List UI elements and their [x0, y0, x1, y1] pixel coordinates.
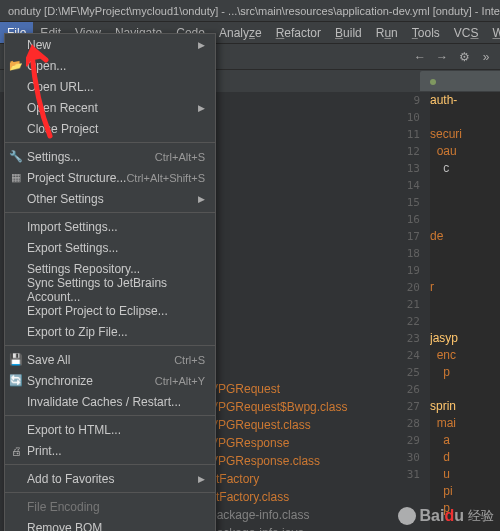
- file-menu-dropdown: New▶ 📂Open... Open URL... Open Recent▶ C…: [4, 33, 216, 531]
- code-line: [430, 296, 500, 313]
- tree-item[interactable]: ctFactory: [210, 470, 347, 488]
- project-tree-partial: VPGRequest VPGRequest$Bwpg.class VPGRequ…: [210, 380, 347, 531]
- menu-item-import-settings[interactable]: Import Settings...: [5, 216, 215, 237]
- folder-open-icon: 📂: [9, 59, 23, 73]
- chevron-right-icon: ▶: [198, 103, 205, 113]
- menu-analyze[interactable]: Analyze: [212, 22, 269, 43]
- chevron-right-icon: ▶: [198, 474, 205, 484]
- menu-window[interactable]: Window: [485, 22, 500, 43]
- menu-refactor[interactable]: Refactor: [269, 22, 328, 43]
- menu-item-export-eclipse[interactable]: Export Project to Eclipse...: [5, 300, 215, 321]
- code-line: [430, 109, 500, 126]
- menu-separator: [5, 464, 215, 465]
- menu-vcs[interactable]: VCS: [447, 22, 486, 43]
- code-line: [430, 245, 500, 262]
- chevron-right-icon: ▶: [198, 194, 205, 204]
- menu-item-invalidate-caches[interactable]: Invalidate Caches / Restart...: [5, 391, 215, 412]
- shortcut-label: Ctrl+S: [174, 354, 205, 366]
- menu-item-open-recent[interactable]: Open Recent▶: [5, 97, 215, 118]
- code-line: auth-: [430, 92, 500, 109]
- expand-icon[interactable]: »: [478, 49, 494, 65]
- menu-separator: [5, 142, 215, 143]
- code-line: p: [430, 500, 500, 517]
- menu-item-export-zip[interactable]: Export to Zip File...: [5, 321, 215, 342]
- menu-item-file-encoding: File Encoding: [5, 496, 215, 517]
- code-line: a: [430, 432, 500, 449]
- shortcut-label: Ctrl+Alt+Shift+S: [126, 172, 205, 184]
- structure-icon: ▦: [9, 171, 23, 185]
- menu-separator: [5, 492, 215, 493]
- menu-item-remove-bom[interactable]: Remove BOM: [5, 517, 215, 531]
- shortcut-label: Ctrl+Alt+S: [155, 151, 205, 163]
- menu-separator: [5, 415, 215, 416]
- code-line: d: [430, 449, 500, 466]
- menu-tools[interactable]: Tools: [405, 22, 447, 43]
- code-line: de: [430, 228, 500, 245]
- menu-item-export-settings[interactable]: Export Settings...: [5, 237, 215, 258]
- code-line: [430, 381, 500, 398]
- code-line: [430, 262, 500, 279]
- shortcut-label: Ctrl+Alt+Y: [155, 375, 205, 387]
- forward-icon[interactable]: →: [434, 49, 450, 65]
- back-icon[interactable]: ←: [412, 49, 428, 65]
- gear-icon[interactable]: ⚙: [456, 49, 472, 65]
- code-line: [430, 313, 500, 330]
- code-line: r: [430, 279, 500, 296]
- menu-item-synchronize[interactable]: 🔄SynchronizeCtrl+Alt+Y: [5, 370, 215, 391]
- print-icon: 🖨: [9, 444, 23, 458]
- menu-item-new[interactable]: New▶: [5, 34, 215, 55]
- code-line: u: [430, 466, 500, 483]
- tree-item[interactable]: ctFactory.class: [210, 488, 347, 506]
- code-line: [430, 211, 500, 228]
- code-line: oau: [430, 143, 500, 160]
- tree-item[interactable]: VPGResponse.class: [210, 452, 347, 470]
- menu-item-open-url[interactable]: Open URL...: [5, 76, 215, 97]
- wrench-icon: 🔧: [9, 150, 23, 164]
- code-line: jasyp: [430, 330, 500, 347]
- code-line: [430, 194, 500, 211]
- tree-item[interactable]: package-info.java: [210, 524, 347, 531]
- menu-item-add-favorites[interactable]: Add to Favorites▶: [5, 468, 215, 489]
- code-line: [430, 177, 500, 194]
- code-line: mai: [430, 415, 500, 432]
- sync-icon: 🔄: [9, 374, 23, 388]
- window-title: onduty [D:\MF\MyProject\mycloud1\onduty]…: [0, 0, 500, 22]
- code-line: c: [430, 160, 500, 177]
- tree-item[interactable]: VPGRequest$Bwpg.class: [210, 398, 347, 416]
- tab-periodcontro[interactable]: PeriodContro: [420, 71, 500, 91]
- file-type-icon: [430, 79, 436, 85]
- menu-separator: [5, 345, 215, 346]
- code-line: pi: [430, 483, 500, 500]
- menu-separator: [5, 212, 215, 213]
- menu-item-export-html[interactable]: Export to HTML...: [5, 419, 215, 440]
- menu-item-open[interactable]: 📂Open...: [5, 55, 215, 76]
- menu-item-project-structure[interactable]: ▦Project Structure...Ctrl+Alt+Shift+S: [5, 167, 215, 188]
- tree-item[interactable]: VPGRequest.class: [210, 416, 347, 434]
- save-all-icon: 💾: [9, 353, 23, 367]
- menu-run[interactable]: Run: [369, 22, 405, 43]
- menu-build[interactable]: Build: [328, 22, 369, 43]
- menu-item-sync-jetbrains[interactable]: Sync Settings to JetBrains Account...: [5, 279, 215, 300]
- code-line: enc: [430, 347, 500, 364]
- tree-item[interactable]: VPGRequest: [210, 380, 347, 398]
- menu-item-print[interactable]: 🖨Print...: [5, 440, 215, 461]
- code-line: sprin: [430, 398, 500, 415]
- code-line: p: [430, 364, 500, 381]
- code-line: securi: [430, 126, 500, 143]
- menu-item-close-project[interactable]: Close Project: [5, 118, 215, 139]
- chevron-right-icon: ▶: [198, 40, 205, 50]
- code-line: [430, 517, 500, 531]
- code-content[interactable]: auth- securi oau c de r jasyp enc p spri…: [430, 92, 500, 531]
- menu-item-other-settings[interactable]: Other Settings▶: [5, 188, 215, 209]
- menu-item-settings[interactable]: 🔧Settings...Ctrl+Alt+S: [5, 146, 215, 167]
- tree-item[interactable]: VPGResponse: [210, 434, 347, 452]
- menu-item-save-all[interactable]: 💾Save AllCtrl+S: [5, 349, 215, 370]
- tree-item[interactable]: package-info.class: [210, 506, 347, 524]
